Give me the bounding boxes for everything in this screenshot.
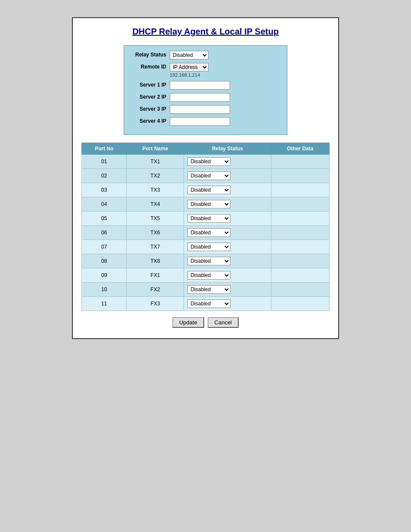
remote-id-ip: 192.168.1.214 [170, 72, 280, 78]
main-container: DHCP Relay Agent & Local IP Setup Relay … [72, 17, 339, 339]
table-row: 11FX3DisabledEnabled [82, 297, 330, 311]
cell-port-no: 11 [82, 297, 127, 311]
cell-relay-status: DisabledEnabled [184, 183, 271, 197]
table-row: 04TX4DisabledEnabled [82, 197, 330, 212]
relay-status-select-row-3[interactable]: DisabledEnabled [187, 186, 230, 194]
cell-port-no: 05 [82, 212, 127, 226]
cell-other-data [271, 212, 329, 226]
table-row: 05TX5DisabledEnabled [82, 212, 330, 226]
cell-relay-status: DisabledEnabled [184, 283, 271, 297]
cell-port-name: TX4 [127, 197, 184, 212]
cell-port-name: FX1 [127, 268, 184, 283]
cell-port-name: TX2 [127, 169, 184, 183]
setup-form: Relay Status Disabled Enabled Remote ID … [124, 45, 287, 135]
cell-port-no: 06 [82, 226, 127, 240]
cell-other-data [271, 254, 329, 268]
cell-relay-status: DisabledEnabled [184, 268, 271, 283]
cell-relay-status: DisabledEnabled [184, 297, 271, 311]
cell-port-name: TX3 [127, 183, 184, 197]
server1-input[interactable] [170, 81, 230, 90]
relay-status-select-row-8[interactable]: DisabledEnabled [187, 257, 230, 265]
cell-port-no: 04 [82, 197, 127, 212]
col-port-name: Port Name [127, 143, 184, 155]
col-port-no: Port No [82, 143, 127, 155]
port-table: Port No Port Name Relay Status Other Dat… [81, 143, 330, 311]
cell-other-data [271, 283, 329, 297]
server4-row: Server 4 IP [131, 117, 280, 126]
cell-other-data [271, 226, 329, 240]
table-row: 09FX1DisabledEnabled [82, 268, 330, 283]
cell-relay-status: DisabledEnabled [184, 254, 271, 268]
server3-label: Server 3 IP [131, 105, 170, 112]
cell-other-data [271, 183, 329, 197]
server1-row: Server 1 IP [131, 81, 280, 90]
relay-status-select-row-6[interactable]: DisabledEnabled [187, 228, 230, 237]
cell-port-no: 02 [82, 169, 127, 183]
page-title: DHCP Relay Agent & Local IP Setup [81, 27, 330, 37]
update-button[interactable]: Update [172, 317, 204, 328]
relay-status-select-row-7[interactable]: DisabledEnabled [187, 243, 230, 251]
cell-port-name: TX5 [127, 212, 184, 226]
relay-status-label: Relay Status [131, 51, 170, 58]
relay-status-select[interactable]: Disabled Enabled [170, 51, 209, 59]
relay-status-select-row-11[interactable]: DisabledEnabled [187, 299, 230, 308]
relay-status-select-row-4[interactable]: DisabledEnabled [187, 200, 230, 208]
cell-other-data [271, 240, 329, 254]
table-row: 01TX1DisabledEnabled [82, 155, 330, 169]
cell-relay-status: DisabledEnabled [184, 240, 271, 254]
cell-other-data [271, 297, 329, 311]
cell-port-name: TX7 [127, 240, 184, 254]
relay-status-select-row-10[interactable]: DisabledEnabled [187, 285, 230, 294]
cell-port-name: FX2 [127, 283, 184, 297]
cell-port-no: 07 [82, 240, 127, 254]
cell-relay-status: DisabledEnabled [184, 169, 271, 183]
cell-relay-status: DisabledEnabled [184, 155, 271, 169]
button-row: Update Cancel [81, 317, 330, 328]
remote-id-value: IP Address MAC Address 192.168.1.214 [170, 63, 280, 78]
server2-row: Server 2 IP [131, 93, 280, 102]
cell-port-no: 09 [82, 268, 127, 283]
cell-port-no: 08 [82, 254, 127, 268]
relay-status-select-row-9[interactable]: DisabledEnabled [187, 271, 230, 280]
server1-value [170, 81, 280, 90]
cell-other-data [271, 169, 329, 183]
relay-status-select-row-5[interactable]: DisabledEnabled [187, 214, 230, 223]
table-row: 03TX3DisabledEnabled [82, 183, 330, 197]
server1-label: Server 1 IP [131, 81, 170, 88]
remote-id-label: Remote ID [131, 63, 170, 70]
cell-port-name: FX3 [127, 297, 184, 311]
cell-other-data [271, 155, 329, 169]
server4-value [170, 117, 280, 126]
cell-relay-status: DisabledEnabled [184, 226, 271, 240]
relay-status-row: Relay Status Disabled Enabled [131, 51, 280, 59]
table-row: 07TX7DisabledEnabled [82, 240, 330, 254]
relay-status-select-row-1[interactable]: DisabledEnabled [187, 157, 230, 166]
server3-value [170, 105, 280, 114]
cell-port-name: TX8 [127, 254, 184, 268]
cell-relay-status: DisabledEnabled [184, 212, 271, 226]
cell-relay-status: DisabledEnabled [184, 197, 271, 212]
col-relay-status: Relay Status [184, 143, 271, 155]
relay-status-select-row-2[interactable]: DisabledEnabled [187, 171, 230, 180]
cell-other-data [271, 197, 329, 212]
cell-port-no: 10 [82, 283, 127, 297]
server2-label: Server 2 IP [131, 93, 170, 100]
table-row: 08TX8DisabledEnabled [82, 254, 330, 268]
relay-status-value: Disabled Enabled [170, 51, 280, 59]
cell-port-no: 01 [82, 155, 127, 169]
cell-port-name: TX6 [127, 226, 184, 240]
cancel-button[interactable]: Cancel [208, 317, 239, 328]
table-row: 10FX2DisabledEnabled [82, 283, 330, 297]
col-other-data: Other Data [271, 143, 329, 155]
cell-other-data [271, 268, 329, 283]
server3-row: Server 3 IP [131, 105, 280, 114]
remote-id-type-select[interactable]: IP Address MAC Address [170, 63, 209, 72]
server2-value [170, 93, 280, 102]
table-row: 06TX6DisabledEnabled [82, 226, 330, 240]
server4-label: Server 4 IP [131, 117, 170, 124]
remote-id-row: Remote ID IP Address MAC Address 192.168… [131, 63, 280, 78]
server3-input[interactable] [170, 105, 230, 114]
table-row: 02TX2DisabledEnabled [82, 169, 330, 183]
server2-input[interactable] [170, 93, 230, 102]
server4-input[interactable] [170, 117, 230, 126]
